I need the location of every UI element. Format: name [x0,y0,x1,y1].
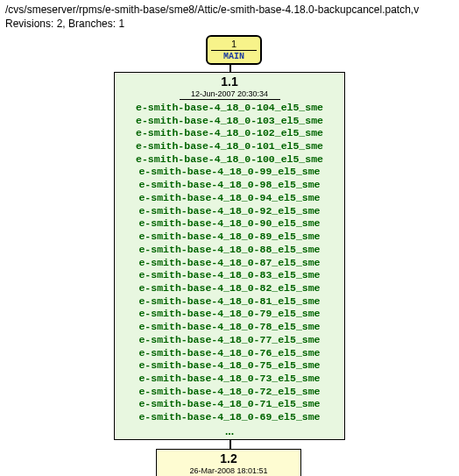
tag-entry: e-smith-base-4_18_0-99_el5_sme [115,166,344,179]
tag-entry: e-smith-base-4_18_0-104_el5_sme [115,102,344,115]
tag-entry: e-smith-base-4_18_0-88_el5_sme [115,244,344,257]
page-header: /cvs/smeserver/rpms/e-smith-base/sme8/At… [0,0,459,32]
revision-date: 26-Mar-2008 18:01:51 [172,466,286,476]
tag-entry: e-smith-base-4_18_0-103_el5_sme [115,115,344,128]
tag-entry: e-smith-base-4_18_0-81_el5_sme [115,295,344,309]
tag-entry: e-smith-base-4_18_0-90_el5_sme [115,217,344,231]
revision-box-1.2[interactable]: 1.2 26-Mar-2008 18:01:51 HEAD [156,449,301,476]
graph-area: 1 MAIN 1.1 12-Jun-2007 20:30:34 e-smith-… [0,32,459,476]
tag-entry: e-smith-base-4_18_0-72_el5_sme [115,386,344,399]
tag-entry: e-smith-base-4_18_0-78_el5_sme [115,321,344,334]
tag-entry: e-smith-base-4_18_0-94_el5_sme [115,192,344,205]
tag-entry: e-smith-base-4_18_0-101_el5_sme [115,140,344,153]
revision-number: 1.2 [157,451,300,466]
tag-entry: e-smith-base-4_18_0-89_el5_sme [115,231,344,244]
tag-entry: e-smith-base-4_18_0-100_el5_sme [115,153,344,167]
tag-entry: e-smith-base-4_18_0-102_el5_sme [115,127,344,140]
tag-entry: e-smith-base-4_18_0-87_el5_sme [115,257,344,270]
revision-date: 12-Jun-2007 20:30:34 [180,89,280,100]
repo-meta: Revisions: 2, Branches: 1 [5,18,454,30]
revision-box-1.1[interactable]: 1.1 12-Jun-2007 20:30:34 e-smith-base-4_… [114,72,345,440]
branch-number: 1 [211,39,257,51]
revision-number: 1.1 [115,75,344,89]
repo-path: /cvs/smeserver/rpms/e-smith-base/sme8/At… [5,4,454,16]
tag-entry: e-smith-base-4_18_0-76_el5_sme [115,347,344,360]
tag-entry: e-smith-base-4_18_0-82_el5_sme [115,282,344,295]
branch-node-main[interactable]: 1 MAIN [206,35,262,65]
branch-name: MAIN [211,52,257,61]
tag-entry: e-smith-base-4_18_0-73_el5_sme [115,373,344,386]
tag-entry: e-smith-base-4_18_0-79_el5_sme [115,308,344,321]
connector [230,440,231,449]
tag-entry: e-smith-base-4_18_0-83_el5_sme [115,269,344,282]
tag-list: e-smith-base-4_18_0-104_el5_smee-smith-b… [115,102,344,424]
tag-ellipsis: ... [115,425,344,437]
tag-entry: e-smith-base-4_18_0-69_el5_sme [115,411,344,424]
connector [230,65,231,72]
tag-entry: e-smith-base-4_18_0-98_el5_sme [115,179,344,192]
tag-entry: e-smith-base-4_18_0-77_el5_sme [115,334,344,347]
tag-entry: e-smith-base-4_18_0-75_el5_sme [115,359,344,373]
tag-entry: e-smith-base-4_18_0-71_el5_sme [115,398,344,411]
tag-entry: e-smith-base-4_18_0-92_el5_sme [115,205,344,218]
